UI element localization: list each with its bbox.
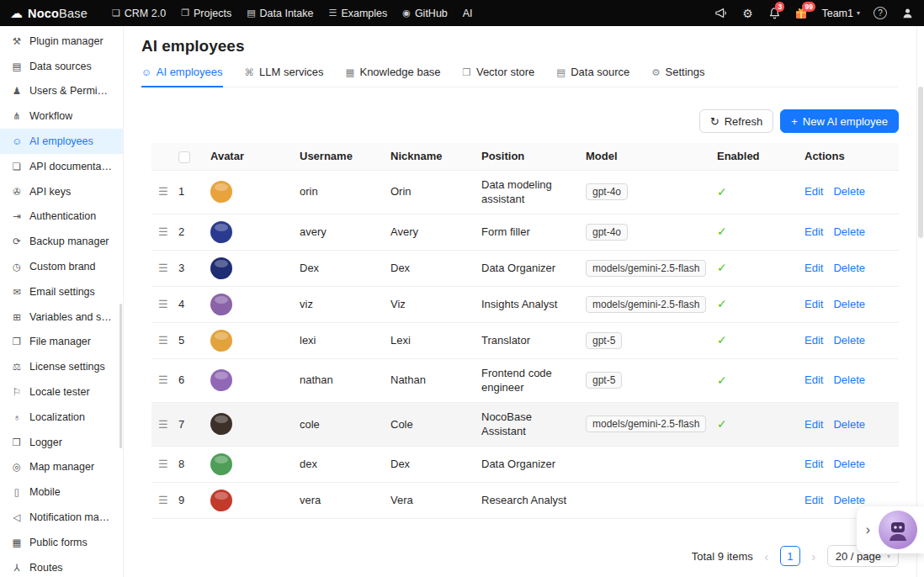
tab-data-source[interactable]: ▤Data source bbox=[556, 63, 629, 87]
expand-chevron-icon[interactable]: › bbox=[866, 523, 870, 537]
sidebar-item-api-keys[interactable]: ✇API keys bbox=[0, 179, 123, 204]
tab-llm-services[interactable]: ⌘LLM services bbox=[245, 63, 324, 87]
vertical-scrollbar-thumb[interactable] bbox=[918, 87, 923, 238]
sidebar-item-backup-manager[interactable]: ⟳Backup manager bbox=[0, 229, 123, 254]
sidebar-item-license-settings[interactable]: ⚖License settings bbox=[0, 354, 123, 379]
sidebar-item-authentication[interactable]: ⇥Authentication bbox=[0, 204, 123, 230]
help-icon[interactable]: ? bbox=[874, 7, 887, 19]
sidebar-item-plugin-manager[interactable]: ⚒Plugin manager bbox=[0, 29, 123, 54]
tab-ai-employees[interactable]: ☺AI employees bbox=[141, 63, 223, 87]
sidebar-item-label: Plugin manager bbox=[29, 35, 104, 47]
tab-settings[interactable]: ⚙Settings bbox=[651, 63, 704, 87]
sidebar: ⚒Plugin manager▤Data sources♟Users & Per… bbox=[0, 26, 124, 577]
sidebar-item-custom-brand[interactable]: ◷Custom brand bbox=[0, 254, 123, 279]
next-page-button[interactable]: › bbox=[809, 549, 819, 564]
cell-actions: EditDelete bbox=[798, 446, 899, 482]
edit-link[interactable]: Edit bbox=[805, 373, 823, 386]
drag-handle-icon[interactable]: ☰ bbox=[158, 494, 168, 506]
file-icon: ❏ bbox=[11, 161, 23, 172]
drag-handle-icon[interactable]: ☰ bbox=[158, 334, 168, 347]
table-row: ☰6nathanNathanFrontend code engineergpt-… bbox=[151, 358, 899, 402]
column-header-actions: Actions bbox=[798, 143, 899, 170]
delete-link[interactable]: Delete bbox=[833, 298, 865, 310]
sidebar-item-data-sources[interactable]: ▤Data sources bbox=[0, 54, 123, 79]
sidebar-item-users-permissions[interactable]: ♟Users & Permissions bbox=[0, 79, 123, 104]
cell-enabled: ✓ bbox=[710, 250, 798, 286]
nickname-text: Cole bbox=[390, 418, 413, 431]
cell-drag: ☰ bbox=[151, 214, 172, 250]
sidebar-item-public-forms[interactable]: ▦Public forms bbox=[0, 530, 123, 555]
avatar bbox=[210, 294, 232, 315]
edit-link[interactable]: Edit bbox=[805, 262, 823, 274]
sidebar-item-api-documentation[interactable]: ❏API documentation bbox=[0, 154, 123, 179]
cell-model bbox=[579, 446, 710, 482]
plus-icon: + bbox=[791, 116, 798, 127]
cell-nickname: Cole bbox=[384, 402, 475, 446]
drag-handle-icon[interactable]: ☰ bbox=[158, 262, 168, 274]
gift-icon[interactable]: 99 bbox=[794, 7, 808, 20]
delete-link[interactable]: Delete bbox=[833, 334, 865, 347]
edit-link[interactable]: Edit bbox=[805, 418, 823, 431]
sidebar-item-workflow[interactable]: ⋔Workflow bbox=[0, 103, 123, 129]
delete-link[interactable]: Delete bbox=[833, 458, 865, 470]
sidebar-item-locale-tester[interactable]: ⚐Locale tester bbox=[0, 379, 123, 405]
sidebar-item-label: Logger bbox=[29, 437, 62, 448]
sidebar-item-localization[interactable]: ♁Localization bbox=[0, 405, 123, 430]
sidebar-item-email-settings[interactable]: ✉Email settings bbox=[0, 279, 123, 304]
row-index: 1 bbox=[178, 185, 184, 198]
drag-handle-icon[interactable]: ☰ bbox=[158, 225, 168, 238]
nav-item-github[interactable]: ◉GitHub bbox=[395, 0, 455, 26]
new-ai-employee-button[interactable]: + New AI employee bbox=[780, 109, 899, 133]
nav-item-data-intake[interactable]: ▤Data Intake bbox=[239, 0, 321, 26]
delete-link[interactable]: Delete bbox=[833, 418, 865, 431]
select-all-checkbox[interactable] bbox=[178, 151, 190, 163]
gear-icon[interactable]: ⚙ bbox=[741, 7, 754, 20]
delete-link[interactable]: Delete bbox=[833, 494, 865, 506]
page-number[interactable]: 1 bbox=[780, 546, 800, 566]
team-selector[interactable]: Team1 ▾ bbox=[821, 8, 860, 19]
refresh-button[interactable]: ↻ Refresh bbox=[699, 109, 773, 133]
drag-handle-icon[interactable]: ☰ bbox=[158, 458, 168, 470]
column-header-model: Model bbox=[579, 143, 710, 170]
sidebar-item-map-manager[interactable]: ◎Map manager bbox=[0, 455, 123, 480]
position-text: Data Organizer bbox=[481, 262, 555, 274]
drag-handle-icon[interactable]: ☰ bbox=[158, 185, 168, 198]
user-icon[interactable] bbox=[900, 7, 914, 20]
sidebar-item-label: Data sources bbox=[29, 61, 92, 72]
sidebar-scrollbar[interactable] bbox=[119, 304, 122, 448]
drag-handle-icon[interactable]: ☰ bbox=[158, 418, 168, 431]
drag-handle-icon[interactable]: ☰ bbox=[158, 373, 168, 386]
edit-link[interactable]: Edit bbox=[805, 298, 823, 310]
megaphone-icon[interactable] bbox=[714, 7, 727, 20]
tab-knowledge-base[interactable]: ▦Knowledge base bbox=[346, 63, 441, 87]
sidebar-item-ai-employees[interactable]: ☺AI employees bbox=[0, 129, 123, 154]
edit-link[interactable]: Edit bbox=[805, 185, 823, 198]
prev-page-button[interactable]: ‹ bbox=[762, 549, 772, 564]
edit-link[interactable]: Edit bbox=[805, 225, 823, 238]
delete-link[interactable]: Delete bbox=[833, 373, 865, 386]
bell-icon[interactable]: 3 bbox=[767, 7, 781, 20]
sidebar-item-mobile[interactable]: ▯Mobile bbox=[0, 479, 123, 505]
drag-handle-icon[interactable]: ☰ bbox=[158, 298, 168, 310]
tab-vector-store[interactable]: ❒Vector store bbox=[463, 63, 535, 87]
vertical-scrollbar[interactable] bbox=[916, 26, 924, 577]
nav-item-crm[interactable]: ❏CRM 2.0 bbox=[104, 0, 173, 26]
delete-link[interactable]: Delete bbox=[833, 185, 865, 198]
sidebar-item-logger[interactable]: ❒Logger bbox=[0, 430, 123, 455]
edit-link[interactable]: Edit bbox=[805, 458, 823, 470]
nav-item-projects[interactable]: ❐Projects bbox=[173, 0, 239, 26]
nocobase-logo[interactable]: ☁ NocoBase bbox=[10, 7, 88, 20]
sidebar-item-notification-manager[interactable]: ◁Notification manager bbox=[0, 505, 123, 530]
delete-link[interactable]: Delete bbox=[833, 262, 865, 274]
nav-item-examples[interactable]: ☰Examples bbox=[321, 0, 396, 26]
nav-item-ai[interactable]: AI bbox=[455, 0, 481, 26]
edit-link[interactable]: Edit bbox=[805, 334, 823, 347]
table-row: ☰8dexDexData OrganizerEditDelete bbox=[151, 446, 899, 482]
sidebar-item-routes[interactable]: ⅄Routes bbox=[0, 555, 123, 577]
delete-link[interactable]: Delete bbox=[833, 225, 865, 238]
sidebar-item-variables-secrets[interactable]: ⊞Variables and secrets bbox=[0, 304, 123, 330]
ai-assistant-avatar[interactable] bbox=[879, 511, 917, 549]
edit-link[interactable]: Edit bbox=[805, 494, 823, 506]
tab-label: Data source bbox=[571, 66, 629, 78]
sidebar-item-file-manager[interactable]: ❐File manager bbox=[0, 330, 123, 355]
